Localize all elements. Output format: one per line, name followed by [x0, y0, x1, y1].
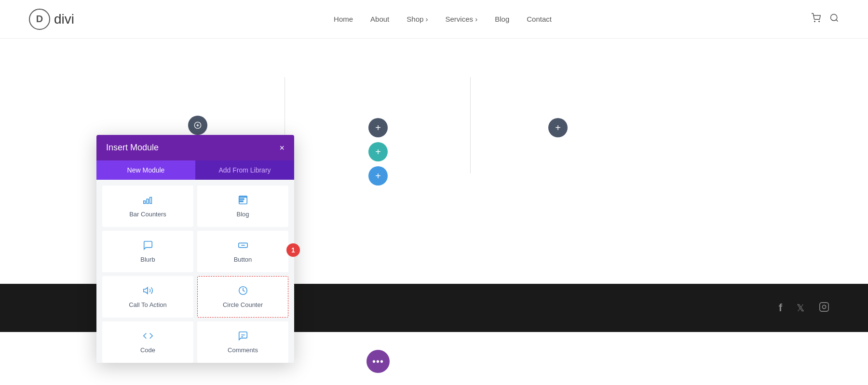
dots-menu-button[interactable]: •••	[366, 350, 390, 373]
add-module-blue-btn[interactable]: +	[368, 166, 388, 186]
logo-circle-icon: D	[29, 9, 50, 30]
add-module-right-btn[interactable]: +	[548, 118, 568, 137]
search-icon[interactable]	[829, 13, 839, 25]
modal-title: Insert Module	[106, 143, 159, 153]
module-circle-counter-label: Circle Counter	[223, 301, 263, 308]
blurb-icon	[143, 240, 153, 252]
nav-home[interactable]: Home	[334, 15, 353, 23]
tab-new-module[interactable]: New Module	[96, 160, 195, 180]
facebook-icon[interactable]: f	[779, 302, 782, 314]
module-call-to-action[interactable]: Call To Action	[102, 276, 193, 318]
vertical-divider-2	[470, 77, 471, 173]
svg-point-0	[814, 21, 815, 22]
module-comments[interactable]: Comments	[197, 321, 288, 363]
code-icon	[143, 331, 153, 343]
nav-icons	[811, 13, 839, 25]
blog-icon	[238, 195, 248, 207]
instagram-icon[interactable]	[819, 302, 829, 315]
module-circle-counter[interactable]: Circle Counter	[197, 276, 288, 318]
svg-point-2	[830, 14, 837, 21]
nav-about[interactable]: About	[370, 15, 389, 23]
bar-counters-icon	[143, 195, 153, 207]
notification-badge: 1	[286, 243, 300, 257]
module-call-to-action-label: Call To Action	[129, 301, 167, 308]
cart-icon[interactable]	[811, 13, 821, 25]
add-module-teal-btn[interactable]: +	[368, 142, 388, 161]
navbar: D divi Home About Shop Services Blog Con…	[0, 0, 868, 39]
svg-marker-15	[143, 288, 147, 294]
site-logo[interactable]: D divi	[29, 9, 74, 30]
module-blog[interactable]: Blog	[197, 186, 288, 227]
module-button[interactable]: Button	[197, 231, 288, 272]
modal-header: Insert Module ×	[96, 135, 294, 160]
nav-services[interactable]: Services	[446, 15, 478, 23]
circle-counter-icon	[238, 285, 248, 297]
module-code[interactable]: Code	[102, 321, 193, 363]
module-comments-label: Comments	[228, 346, 258, 354]
module-blurb[interactable]: Blurb	[102, 231, 193, 272]
svg-rect-7	[820, 302, 828, 311]
svg-rect-10	[147, 199, 149, 203]
module-blog-label: Blog	[236, 211, 249, 218]
module-code-label: Code	[140, 346, 155, 354]
module-bar-counters[interactable]: Bar Counters	[102, 186, 193, 227]
comments-icon	[238, 331, 248, 343]
module-button-label: Button	[234, 256, 252, 263]
svg-rect-11	[149, 198, 151, 204]
main-content: + + + + f 𝕏 Insert Module × New Module A…	[0, 39, 868, 385]
tab-add-from-library[interactable]: Add From Library	[195, 160, 294, 180]
svg-point-1	[819, 21, 820, 22]
module-grid: Bar Counters Blog Blurb	[96, 180, 294, 363]
nav-links: Home About Shop Services Blog Contact	[334, 15, 552, 23]
modal-tabs: New Module Add From Library	[96, 160, 294, 180]
button-icon	[238, 240, 248, 252]
svg-line-3	[836, 20, 838, 22]
section-handle[interactable]	[188, 116, 207, 135]
add-module-dark-btn[interactable]: +	[368, 118, 388, 137]
nav-contact[interactable]: Contact	[527, 15, 552, 23]
nav-shop[interactable]: Shop	[407, 15, 428, 23]
insert-module-modal: Insert Module × New Module Add From Libr…	[96, 135, 294, 363]
module-bar-counters-label: Bar Counters	[129, 211, 166, 218]
modal-close-button[interactable]: ×	[279, 144, 285, 152]
twitter-icon[interactable]: 𝕏	[797, 302, 804, 314]
nav-blog[interactable]: Blog	[495, 15, 509, 23]
module-blurb-label: Blurb	[140, 256, 155, 263]
call-to-action-icon	[143, 285, 153, 297]
logo-text: divi	[54, 12, 74, 27]
svg-rect-9	[143, 201, 145, 204]
